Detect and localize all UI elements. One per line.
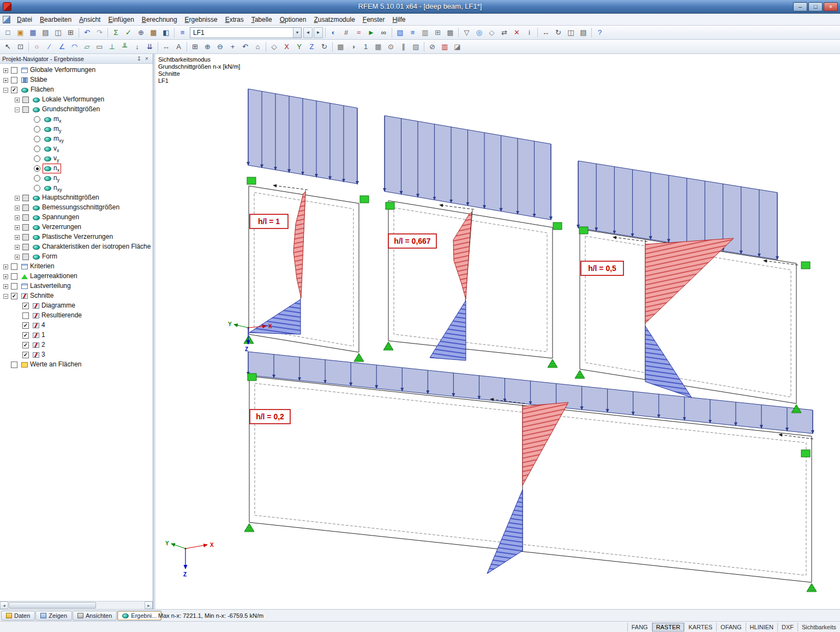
- render-button[interactable]: ▩: [334, 41, 347, 53]
- chevron-down-icon[interactable]: ▼: [293, 28, 301, 38]
- zoom-in-button[interactable]: ⊕: [201, 41, 214, 53]
- tree-checkbox[interactable]: [11, 263, 17, 270]
- tree-checkbox[interactable]: [22, 214, 29, 221]
- tree-expander[interactable]: +: [15, 196, 20, 201]
- help-button[interactable]: ?: [593, 27, 606, 39]
- tree-item-my[interactable]: my: [0, 124, 153, 134]
- previous-load-case-button[interactable]: ◄: [303, 27, 313, 38]
- work-plane-button[interactable]: ▨: [410, 41, 422, 53]
- filter-button[interactable]: ▽: [460, 27, 473, 39]
- line-button[interactable]: ∕: [43, 41, 56, 53]
- menu-zusatzmodule[interactable]: Zusatzmodule: [310, 14, 358, 25]
- tree-item-schnitt-3[interactable]: 3: [0, 350, 153, 360]
- tree-item-diagramme[interactable]: Diagramme: [0, 301, 153, 311]
- load-case-combobox[interactable]: LF1 ▼: [190, 27, 302, 38]
- model-canvas[interactable]: h/l = 1 h/l = 0,667 h/l = 0,5 h/l = 0,2 …: [155, 54, 840, 609]
- tree-item-nxy[interactable]: nxy: [0, 183, 153, 193]
- tree-expander[interactable]: +: [15, 235, 20, 240]
- scrollbar-track[interactable]: [8, 601, 145, 609]
- tree-item-grundschnittgroessen[interactable]: − Grundschnittgrößen: [0, 105, 153, 115]
- arc-button[interactable]: ◠: [68, 41, 81, 53]
- delete-results-button[interactable]: ✕: [511, 27, 523, 39]
- zoom-window-button[interactable]: ⊞: [189, 41, 201, 53]
- view-y-button[interactable]: Y: [293, 41, 305, 53]
- pan-button[interactable]: +: [226, 41, 239, 53]
- menu-hilfe[interactable]: Hilfe: [389, 14, 410, 25]
- animation-button[interactable]: ►: [365, 27, 377, 39]
- tree-checkbox[interactable]: [22, 303, 29, 309]
- tree-item-flaechen[interactable]: − Flächen: [0, 85, 153, 95]
- navigator-button[interactable]: ◧: [160, 27, 172, 39]
- tree-item-charakteristiken[interactable]: + Charakteristiken der isotropen Fläche: [0, 242, 153, 252]
- tab-ergebnisse[interactable]: Ergebni...: [117, 611, 161, 621]
- show-results-button[interactable]: ◐: [327, 27, 340, 39]
- tree-expander[interactable]: +: [3, 264, 8, 269]
- view-z-button[interactable]: Z: [305, 41, 318, 53]
- grid-button[interactable]: ▦: [372, 41, 385, 53]
- tree-item-globale-verformungen[interactable]: + Globale Verformungen: [0, 65, 153, 75]
- color-scale-button[interactable]: ▥: [439, 41, 451, 53]
- tree-checkbox[interactable]: [11, 362, 17, 368]
- tree-item-schnitt-1[interactable]: 1: [0, 330, 153, 340]
- tree-item-vx[interactable]: vx: [0, 144, 153, 154]
- opening-button[interactable]: ▭: [93, 41, 106, 53]
- tree-item-ny[interactable]: ny: [0, 173, 153, 183]
- tree-expander[interactable]: −: [3, 88, 8, 93]
- shadow-button[interactable]: ◑: [347, 41, 359, 53]
- user-view-button[interactable]: ◇: [485, 27, 498, 39]
- tree-item-vy[interactable]: vy: [0, 154, 153, 164]
- tree-expander[interactable]: +: [3, 274, 8, 279]
- tree-item-schnitte[interactable]: − Schnitte: [0, 291, 153, 301]
- menu-tabelle[interactable]: Tabelle: [248, 14, 276, 25]
- redo-button[interactable]: ↷: [93, 27, 106, 39]
- polyline-button[interactable]: ∠: [56, 41, 68, 53]
- pin-icon[interactable]: ↧: [135, 55, 143, 62]
- tree-item-schnitt-2[interactable]: 2: [0, 340, 153, 350]
- tree-item-form[interactable]: + Form: [0, 252, 153, 262]
- tree-expander[interactable]: +: [15, 206, 20, 210]
- view-results-button[interactable]: ∞: [377, 27, 390, 39]
- tree-expander[interactable]: +: [3, 78, 8, 83]
- print-button[interactable]: ▤: [39, 27, 52, 39]
- rotate-view-button[interactable]: ↻: [318, 41, 331, 53]
- print-preview-button[interactable]: ◫: [52, 27, 64, 39]
- menu-einfuegen[interactable]: Einfügen: [104, 14, 137, 25]
- tree-expander[interactable]: +: [15, 255, 20, 260]
- statusbar-toggle-raster[interactable]: RASTER: [652, 623, 685, 631]
- isometric-view-button[interactable]: ◇: [268, 41, 280, 53]
- select-window-button[interactable]: ⊡: [14, 41, 27, 53]
- titlebar[interactable]: RFEM 5.10.01 x64 - [deep beam, LF1*] – □…: [0, 0, 840, 14]
- rotate-button[interactable]: ↻: [552, 27, 565, 39]
- tree-checkbox[interactable]: [34, 155, 40, 162]
- panel-toggle-button[interactable]: ▥: [419, 27, 431, 39]
- dimension-button[interactable]: ↔: [160, 41, 172, 53]
- background-button[interactable]: ◪: [451, 41, 464, 53]
- new-file-button[interactable]: □: [2, 27, 14, 39]
- tree-item-werte-an-flaechen[interactable]: Werte an Flächen: [0, 360, 153, 370]
- close-icon[interactable]: ×: [143, 55, 151, 62]
- new-window-button[interactable]: ◫: [565, 27, 577, 39]
- check-button[interactable]: ✓: [122, 27, 135, 39]
- statusbar-toggle-hlinien[interactable]: HLINIEN: [746, 623, 777, 631]
- tree-expander[interactable]: +: [15, 225, 20, 230]
- tree-expander[interactable]: −: [15, 107, 20, 112]
- tree-item-staebe[interactable]: + Stäbe: [0, 75, 153, 85]
- tree-checkbox[interactable]: [34, 185, 40, 191]
- tree-checkbox[interactable]: [22, 244, 29, 250]
- tree-checkbox[interactable]: [34, 116, 40, 123]
- undo-button[interactable]: ↶: [81, 27, 93, 39]
- statusbar-toggle-fang[interactable]: FANG: [627, 623, 652, 631]
- minimize-button[interactable]: –: [793, 2, 807, 11]
- tree-expander[interactable]: −: [3, 294, 8, 299]
- tree-expander[interactable]: +: [15, 215, 20, 220]
- load-case-list-button[interactable]: ≡: [176, 27, 189, 39]
- maximize-button[interactable]: □: [808, 2, 823, 11]
- tree-checkbox[interactable]: [22, 106, 29, 113]
- tree-checkbox[interactable]: [11, 77, 17, 83]
- tree-checkbox[interactable]: [11, 283, 17, 290]
- tree-checkbox[interactable]: [34, 175, 40, 182]
- clipping-button[interactable]: ⊘: [426, 41, 439, 53]
- print-graphic-button[interactable]: ▤: [577, 27, 590, 39]
- statusbar-toggle-sichtbarkeits[interactable]: Sichtbarkeits: [797, 623, 840, 631]
- scroll-right-icon[interactable]: ►: [145, 601, 153, 609]
